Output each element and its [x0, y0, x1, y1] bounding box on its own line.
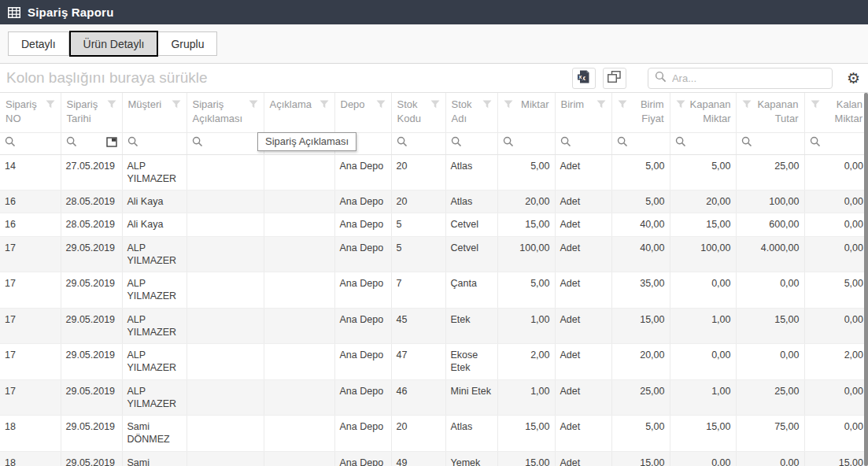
search-icon — [655, 71, 667, 86]
table-row[interactable]: 1729.05.2019ALP YILMAZERAna Depo5Cetvel1… — [0, 236, 868, 272]
table-cell: 28.05.2019 — [61, 213, 122, 236]
table-cell — [187, 379, 264, 416]
table-row[interactable]: 1829.05.2019Sami DÖNMEZAna Depo49Yemek M… — [0, 451, 868, 466]
table-cell: 0,00 — [804, 236, 868, 272]
column-header[interactable]: Sipariş Tarihi — [61, 93, 122, 132]
table-cell: 15,00 — [736, 308, 804, 344]
table-cell: 28.05.2019 — [61, 190, 122, 213]
table-cell: 47 — [391, 344, 445, 380]
table-cell: 16 — [0, 190, 61, 213]
column-header[interactable]: Stok Kodu — [391, 93, 445, 132]
filter-cell[interactable] — [804, 132, 868, 154]
column-header[interactable]: Birim — [555, 93, 611, 132]
filter-funnel-icon[interactable] — [742, 99, 752, 111]
table-cell: 35,00 — [611, 272, 670, 309]
column-header[interactable]: Kapanan Tutar — [736, 93, 804, 132]
filter-cell[interactable] — [445, 132, 497, 154]
filter-funnel-icon[interactable] — [676, 99, 685, 111]
filter-funnel-icon[interactable] — [618, 99, 627, 111]
grid-toolbar: Kolon başlığını buraya sürükle x x — [0, 64, 868, 93]
filter-funnel-icon[interactable] — [107, 99, 116, 111]
column-header[interactable]: Kalan Miktar — [804, 93, 868, 132]
column-header[interactable]: Sipariş Açıklaması — [187, 93, 264, 132]
column-header[interactable]: Stok Adı — [445, 93, 497, 132]
filter-cell[interactable] — [611, 132, 670, 154]
order-report-window: Sipariş Raporu Detaylı Ürün Detaylı Grup… — [0, 0, 868, 466]
filter-funnel-icon[interactable] — [597, 99, 606, 111]
table-cell: 17 — [0, 272, 61, 309]
gruplu-button[interactable]: Gruplu — [158, 31, 217, 56]
filter-cell[interactable] — [391, 132, 445, 154]
column-header-label: Miktar — [518, 98, 549, 112]
table-cell: 40,00 — [611, 236, 670, 272]
table-cell — [187, 236, 264, 272]
table-row[interactable]: 1628.05.2019Ali KayaAna Depo5Cetvel15,00… — [0, 213, 868, 236]
filter-row — [0, 132, 868, 154]
filter-cell[interactable] — [736, 132, 804, 154]
filter-cell[interactable] — [555, 132, 611, 154]
table-row[interactable]: 1427.05.2019ALP YILMAZERAna Depo20Atlas5… — [0, 154, 868, 190]
table-cell: ALP YILMAZER — [122, 272, 187, 309]
table-cell: 29.05.2019 — [61, 308, 122, 344]
table-cell: Adet — [555, 213, 611, 236]
column-header[interactable]: Müşteri — [122, 93, 187, 132]
filter-cell[interactable] — [497, 132, 555, 154]
column-chooser-button[interactable] — [603, 68, 626, 89]
urun-detayli-button[interactable]: Ürün Detaylı — [69, 31, 159, 57]
table-cell: 0,00 — [804, 190, 868, 213]
filter-cell[interactable] — [187, 132, 264, 154]
filter-cell[interactable] — [61, 132, 122, 154]
table-row[interactable]: 1829.05.2019Sami DÖNMEZAna Depo20Atlas15… — [0, 416, 868, 452]
filter-cell[interactable] — [0, 132, 61, 154]
filter-funnel-icon[interactable] — [811, 99, 820, 111]
column-header[interactable]: Kapanan Miktar — [670, 93, 736, 132]
calendar-icon[interactable] — [106, 136, 117, 150]
table-cell: 0,00 — [670, 344, 736, 380]
filter-funnel-icon[interactable] — [430, 99, 440, 111]
table-cell — [187, 416, 264, 452]
search-input[interactable] — [672, 72, 826, 84]
table-cell — [187, 190, 264, 213]
table-cell: 100,00 — [670, 236, 736, 272]
filter-cell[interactable] — [122, 132, 187, 154]
table-cell: 5,00 — [611, 190, 670, 213]
table-cell: 25,00 — [736, 154, 804, 190]
column-header[interactable]: Sipariş NO — [0, 93, 61, 132]
group-panel-drop-area[interactable]: Kolon başlığını buraya sürükle — [5, 69, 572, 87]
table-row[interactable]: 1729.05.2019ALP YILMAZERAna Depo7Çanta5,… — [0, 272, 868, 309]
detayli-button[interactable]: Detaylı — [8, 31, 69, 56]
table-cell: ALP YILMAZER — [122, 379, 187, 416]
table-cell: Etek — [445, 308, 497, 344]
table-cell: 0,00 — [804, 213, 868, 236]
filter-funnel-icon[interactable] — [504, 99, 513, 111]
column-header-label: Açıklama — [270, 98, 316, 112]
table-row[interactable]: 1729.05.2019ALP YILMAZERAna Depo45Etek1,… — [0, 308, 868, 344]
grid-search-box[interactable] — [648, 68, 833, 89]
vertical-scrollbar[interactable] — [864, 93, 868, 466]
column-header[interactable]: Açıklama — [264, 93, 334, 132]
export-excel-button[interactable]: x x — [572, 68, 596, 89]
table-cell: 2,00 — [497, 344, 555, 380]
column-header-label: Kalan Miktar — [825, 98, 863, 125]
table-row[interactable]: 1729.05.2019ALP YILMAZERAna Depo46Mini E… — [0, 379, 868, 416]
search-icon — [503, 136, 514, 150]
filter-funnel-icon[interactable] — [319, 99, 329, 111]
settings-gear-icon[interactable]: ⚙ — [845, 71, 862, 86]
table-cell — [187, 344, 264, 380]
filter-funnel-icon[interactable] — [172, 99, 181, 111]
filter-funnel-icon[interactable] — [482, 99, 492, 111]
table-row[interactable]: 1628.05.2019Ali KayaAna Depo20Atlas20,00… — [0, 190, 868, 213]
filter-funnel-icon[interactable] — [46, 99, 55, 111]
column-header[interactable]: Depo — [334, 93, 391, 132]
table-cell: Adet — [555, 379, 611, 416]
table-cell — [264, 344, 334, 380]
filter-funnel-icon[interactable] — [249, 99, 258, 111]
table-cell — [187, 451, 264, 466]
column-header[interactable]: Miktar — [497, 93, 555, 132]
filter-cell[interactable] — [670, 132, 736, 154]
table-row[interactable]: 1729.05.2019ALP YILMAZERAna Depo47Ekose … — [0, 344, 868, 380]
column-header[interactable]: Birim Fiyat — [611, 93, 670, 132]
filter-funnel-icon[interactable] — [376, 99, 386, 111]
table-cell: 100,00 — [497, 236, 555, 272]
column-header-label: Birim — [561, 98, 593, 112]
